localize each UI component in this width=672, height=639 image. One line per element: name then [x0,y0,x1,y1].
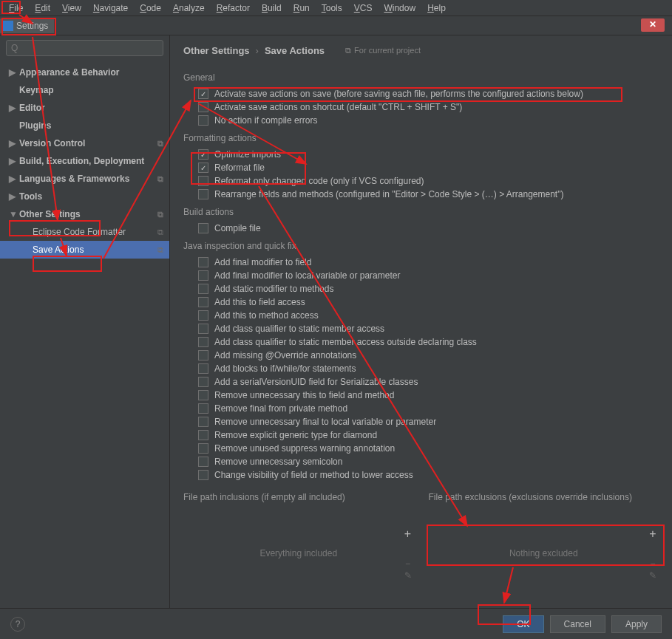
tab-settings[interactable]: Settings [0,18,54,33]
menu-bar: FileEditViewNavigateCodeAnalyzeRefactorB… [0,0,672,16]
checkbox-row[interactable]: Add this to field access [198,295,659,309]
checkbox-icon[interactable] [198,377,208,387]
checkbox-row[interactable]: Add blocks to if/while/for statements [198,362,659,375]
checkbox-row[interactable]: Rearrange fields and methods (configured… [198,188,659,201]
checkbox-row[interactable]: Remove unnecessary this to field and met… [198,389,659,402]
add-exclusion-button[interactable]: + [647,529,659,541]
checkbox-icon[interactable] [198,310,208,321]
tree-item[interactable]: Eclipse Code Formatter⧉ [0,223,169,241]
checkbox-row[interactable]: Optimize imports [198,148,659,161]
checkbox-icon[interactable] [198,102,208,112]
tree-label: Tools [19,191,42,202]
inclusions-list[interactable] [183,507,414,529]
apply-button[interactable]: Apply [611,615,662,633]
checkbox-row[interactable]: Remove final from private method [198,402,659,415]
menu-file[interactable]: File [3,1,29,15]
menu-vcs[interactable]: VCS [348,1,379,15]
checkbox-icon[interactable] [198,176,208,186]
checkbox-label: Remove explicit generic type for diamond [214,430,377,440]
menu-window[interactable]: Window [378,1,421,15]
checkbox-icon[interactable] [198,189,208,199]
settings-tree: ▶Appearance & BehaviorKeymap▶EditorPlugi… [0,61,169,608]
menu-analyze[interactable]: Analyze [167,1,211,15]
cancel-button[interactable]: Cancel [550,615,605,633]
breadcrumb: Other Settings › Save Actions ⧉ For curr… [183,43,659,58]
tree-arrow-icon: ▶ [9,138,16,148]
tree-item[interactable]: ▶Appearance & Behavior [0,64,169,81]
checkbox-row[interactable]: Add missing @Override annotations [198,349,659,362]
checkbox-icon[interactable] [198,430,208,440]
checkbox-icon[interactable] [198,390,208,400]
checkbox-icon[interactable] [198,363,208,374]
tree-arrow-icon: ▶ [9,67,16,78]
tree-item[interactable]: ▶Editor [0,99,169,117]
checkbox-icon[interactable] [198,337,208,347]
menu-help[interactable]: Help [421,1,452,15]
tree-item[interactable]: ▶Version Control⧉ [0,134,169,152]
checkbox-row[interactable]: Remove unnecessary final to local variab… [198,415,659,428]
checkbox-row[interactable]: Add a serialVersionUID field for Seriali… [198,375,659,389]
tree-arrow-icon: ▶ [9,156,16,166]
checkbox-row[interactable]: No action if compile errors [198,114,659,127]
edit-exclusion-button[interactable]: ✎ [647,570,659,582]
exclusions-list[interactable] [429,507,659,529]
checkbox-icon[interactable] [198,284,208,294]
checkbox-icon[interactable] [198,89,208,99]
tree-item[interactable]: Save Actions⧉ [0,241,169,259]
remove-inclusion-button[interactable]: − [402,558,414,570]
menu-run[interactable]: Run [288,1,316,15]
search-input[interactable] [6,40,163,56]
menu-code[interactable]: Code [134,1,167,15]
tree-item[interactable]: Plugins [0,117,169,134]
menu-refactor[interactable]: Refactor [211,1,256,15]
checkbox-icon[interactable] [198,470,208,480]
checkbox-icon[interactable] [198,457,208,467]
checkbox-icon[interactable] [198,443,208,454]
checkbox-row[interactable]: Add class qualifier to static member acc… [198,335,659,349]
checkbox-label: Add blocks to if/while/for statements [214,363,356,374]
menu-build[interactable]: Build [256,1,288,15]
checkbox-row[interactable]: Remove unnecessary semicolon [198,455,659,468]
checkbox-row[interactable]: Change visibility of field or method to … [198,468,659,482]
checkbox-row[interactable]: Remove unused suppress warning annotatio… [198,442,659,455]
checkbox-icon[interactable] [198,403,208,414]
close-icon[interactable]: ✕ [641,18,665,32]
add-inclusion-button[interactable]: + [402,529,414,541]
tree-label: Build, Execution, Deployment [19,156,144,166]
checkbox-row[interactable]: Reformat file [198,161,659,174]
menu-navigate[interactable]: Navigate [87,1,134,15]
tree-item[interactable]: Keymap [0,81,169,99]
tree-item[interactable]: ▶Tools [0,188,169,205]
checkbox-label: Remove unused suppress warning annotatio… [214,443,395,454]
edit-inclusion-button[interactable]: ✎ [402,570,414,582]
checkbox-row[interactable]: Activate save actions on save (before sa… [198,87,659,100]
checkbox-row[interactable]: Add final modifier to local variable or … [198,269,659,282]
checkbox-row[interactable]: Add this to method access [198,309,659,322]
checkbox-icon[interactable] [198,417,208,427]
checkbox-icon[interactable] [198,350,208,360]
checkbox-icon[interactable] [198,163,208,173]
checkbox-icon[interactable] [198,324,208,334]
menu-tools[interactable]: Tools [316,1,348,15]
tree-item[interactable]: ▼Other Settings⧉ [0,205,169,223]
checkbox-icon[interactable] [198,115,208,126]
menu-edit[interactable]: Edit [29,1,56,15]
tree-item[interactable]: ▶Build, Execution, Deployment [0,152,169,170]
checkbox-row[interactable]: Add class qualifier to static member acc… [198,322,659,335]
checkbox-icon[interactable] [198,270,208,281]
remove-exclusion-button[interactable]: − [647,558,659,570]
checkbox-row[interactable]: Remove explicit generic type for diamond [198,428,659,442]
checkbox-row[interactable]: Activate save actions on shortcut (defau… [198,100,659,114]
checkbox-row[interactable]: Reformat only changed code (only if VCS … [198,174,659,188]
tree-item[interactable]: ▶Languages & Frameworks⧉ [0,170,169,188]
checkbox-row[interactable]: Add static modifier to methods [198,282,659,295]
checkbox-icon[interactable] [198,257,208,267]
checkbox-icon[interactable] [198,223,208,233]
checkbox-icon[interactable] [198,149,208,160]
checkbox-icon[interactable] [198,297,208,307]
ok-button[interactable]: OK [503,615,543,633]
checkbox-row[interactable]: Add final modifier to field [198,256,659,269]
checkbox-row[interactable]: Compile file [198,222,659,235]
help-button[interactable]: ? [10,617,25,632]
menu-view[interactable]: View [56,1,87,15]
